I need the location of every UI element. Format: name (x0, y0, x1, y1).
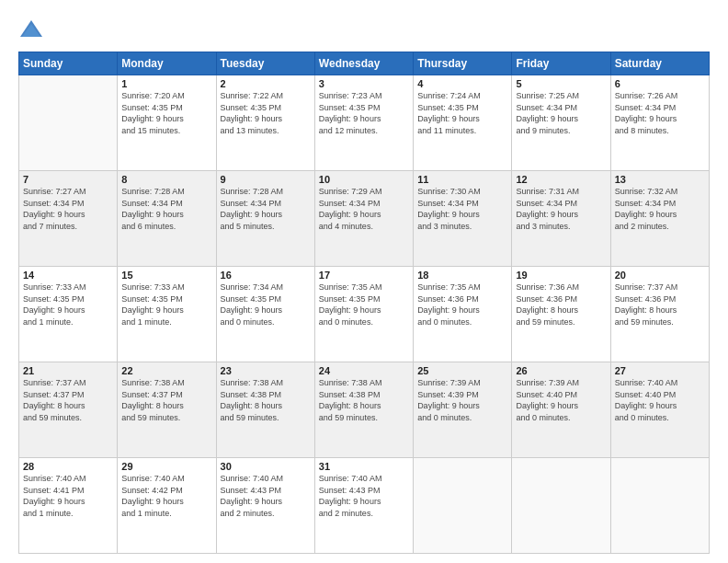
day-info: Sunrise: 7:37 AMSunset: 4:36 PMDaylight:… (615, 282, 705, 327)
day-number: 16 (221, 270, 311, 281)
day-number: 27 (615, 365, 705, 376)
calendar-cell (610, 458, 709, 554)
calendar-cell: 25Sunrise: 7:39 AMSunset: 4:39 PMDayligh… (414, 362, 512, 458)
calendar-cell: 19Sunrise: 7:36 AMSunset: 4:36 PMDayligh… (512, 267, 610, 362)
day-number: 18 (417, 270, 507, 281)
day-number: 2 (221, 78, 311, 89)
calendar: SundayMondayTuesdayWednesdayThursdayFrid… (18, 52, 710, 554)
day-number: 28 (23, 461, 113, 472)
day-info: Sunrise: 7:38 AMSunset: 4:38 PMDaylight:… (221, 377, 311, 423)
calendar-cell: 22Sunrise: 7:38 AMSunset: 4:37 PMDayligh… (118, 362, 216, 458)
day-header-tuesday: Tuesday (216, 52, 314, 75)
calendar-cell: 26Sunrise: 7:39 AMSunset: 4:40 PMDayligh… (512, 362, 610, 458)
day-number: 15 (121, 270, 211, 281)
day-number: 23 (221, 365, 311, 376)
calendar-cell: 29Sunrise: 7:40 AMSunset: 4:42 PMDayligh… (118, 458, 216, 554)
calendar-cell: 17Sunrise: 7:35 AMSunset: 4:35 PMDayligh… (314, 267, 413, 362)
page: SundayMondayTuesdayWednesdayThursdayFrid… (0, 0, 728, 563)
day-info: Sunrise: 7:22 AMSunset: 4:35 PMDaylight:… (221, 90, 311, 136)
day-number: 24 (319, 365, 409, 376)
calendar-cell: 28Sunrise: 7:40 AMSunset: 4:41 PMDayligh… (19, 458, 118, 554)
calendar-cell: 2Sunrise: 7:22 AMSunset: 4:35 PMDaylight… (216, 75, 314, 171)
logo-icon (18, 17, 44, 42)
day-number: 30 (221, 461, 311, 472)
day-number: 20 (615, 270, 705, 281)
calendar-week-row: 7Sunrise: 7:27 AMSunset: 4:34 PMDaylight… (19, 171, 710, 267)
calendar-cell: 21Sunrise: 7:37 AMSunset: 4:37 PMDayligh… (19, 362, 118, 458)
calendar-cell: 18Sunrise: 7:35 AMSunset: 4:36 PMDayligh… (414, 267, 512, 362)
day-info: Sunrise: 7:29 AMSunset: 4:34 PMDaylight:… (319, 186, 409, 232)
day-info: Sunrise: 7:38 AMSunset: 4:37 PMDaylight:… (121, 377, 211, 423)
day-header-friday: Friday (512, 52, 610, 75)
calendar-cell: 31Sunrise: 7:40 AMSunset: 4:43 PMDayligh… (314, 458, 413, 554)
day-number: 14 (23, 270, 113, 281)
calendar-cell: 3Sunrise: 7:23 AMSunset: 4:35 PMDaylight… (314, 75, 413, 171)
day-number: 7 (23, 174, 113, 185)
day-number: 8 (121, 174, 211, 185)
calendar-cell: 30Sunrise: 7:40 AMSunset: 4:43 PMDayligh… (216, 458, 314, 554)
day-info: Sunrise: 7:32 AMSunset: 4:34 PMDaylight:… (615, 186, 705, 232)
day-info: Sunrise: 7:35 AMSunset: 4:36 PMDaylight:… (417, 282, 507, 327)
day-number: 4 (417, 78, 507, 89)
day-number: 5 (516, 78, 606, 89)
day-info: Sunrise: 7:40 AMSunset: 4:42 PMDaylight:… (121, 473, 211, 519)
calendar-cell: 15Sunrise: 7:33 AMSunset: 4:35 PMDayligh… (118, 267, 216, 362)
day-number: 6 (615, 78, 705, 89)
day-info: Sunrise: 7:28 AMSunset: 4:34 PMDaylight:… (221, 186, 311, 232)
day-info: Sunrise: 7:28 AMSunset: 4:34 PMDaylight:… (121, 186, 211, 232)
day-info: Sunrise: 7:37 AMSunset: 4:37 PMDaylight:… (23, 377, 113, 423)
calendar-cell: 27Sunrise: 7:40 AMSunset: 4:40 PMDayligh… (610, 362, 709, 458)
calendar-cell: 23Sunrise: 7:38 AMSunset: 4:38 PMDayligh… (216, 362, 314, 458)
day-number: 21 (23, 365, 113, 376)
day-number: 29 (121, 461, 211, 472)
calendar-cell: 6Sunrise: 7:26 AMSunset: 4:34 PMDaylight… (610, 75, 709, 171)
day-info: Sunrise: 7:40 AMSunset: 4:41 PMDaylight:… (23, 473, 113, 519)
day-number: 31 (319, 461, 409, 472)
day-info: Sunrise: 7:24 AMSunset: 4:35 PMDaylight:… (417, 90, 507, 136)
day-info: Sunrise: 7:33 AMSunset: 4:35 PMDaylight:… (23, 282, 113, 327)
day-info: Sunrise: 7:39 AMSunset: 4:39 PMDaylight:… (417, 377, 507, 423)
calendar-week-row: 28Sunrise: 7:40 AMSunset: 4:41 PMDayligh… (19, 458, 710, 554)
calendar-cell: 1Sunrise: 7:20 AMSunset: 4:35 PMDaylight… (118, 75, 216, 171)
day-header-monday: Monday (118, 52, 216, 75)
calendar-cell: 4Sunrise: 7:24 AMSunset: 4:35 PMDaylight… (414, 75, 512, 171)
day-info: Sunrise: 7:27 AMSunset: 4:34 PMDaylight:… (23, 186, 113, 232)
day-info: Sunrise: 7:40 AMSunset: 4:43 PMDaylight:… (319, 473, 409, 519)
calendar-cell: 14Sunrise: 7:33 AMSunset: 4:35 PMDayligh… (19, 267, 118, 362)
day-info: Sunrise: 7:33 AMSunset: 4:35 PMDaylight:… (121, 282, 211, 327)
day-header-sunday: Sunday (19, 52, 118, 75)
calendar-week-row: 21Sunrise: 7:37 AMSunset: 4:37 PMDayligh… (19, 362, 710, 458)
day-number: 11 (417, 174, 507, 185)
calendar-week-row: 14Sunrise: 7:33 AMSunset: 4:35 PMDayligh… (19, 267, 710, 362)
calendar-cell: 20Sunrise: 7:37 AMSunset: 4:36 PMDayligh… (610, 267, 709, 362)
day-header-thursday: Thursday (414, 52, 512, 75)
day-info: Sunrise: 7:39 AMSunset: 4:40 PMDaylight:… (516, 377, 606, 423)
calendar-cell: 12Sunrise: 7:31 AMSunset: 4:34 PMDayligh… (512, 171, 610, 267)
calendar-cell: 13Sunrise: 7:32 AMSunset: 4:34 PMDayligh… (610, 171, 709, 267)
header (18, 17, 710, 42)
day-info: Sunrise: 7:20 AMSunset: 4:35 PMDaylight:… (121, 90, 211, 136)
day-number: 13 (615, 174, 705, 185)
calendar-cell: 11Sunrise: 7:30 AMSunset: 4:34 PMDayligh… (414, 171, 512, 267)
day-info: Sunrise: 7:23 AMSunset: 4:35 PMDaylight:… (319, 90, 409, 136)
day-number: 10 (319, 174, 409, 185)
day-number: 9 (221, 174, 311, 185)
day-info: Sunrise: 7:36 AMSunset: 4:36 PMDaylight:… (516, 282, 606, 327)
calendar-cell: 9Sunrise: 7:28 AMSunset: 4:34 PMDaylight… (216, 171, 314, 267)
calendar-cell (19, 75, 118, 171)
day-info: Sunrise: 7:38 AMSunset: 4:38 PMDaylight:… (319, 377, 409, 423)
calendar-week-row: 1Sunrise: 7:20 AMSunset: 4:35 PMDaylight… (19, 75, 710, 171)
day-header-wednesday: Wednesday (314, 52, 413, 75)
calendar-cell (512, 458, 610, 554)
day-number: 19 (516, 270, 606, 281)
day-info: Sunrise: 7:40 AMSunset: 4:43 PMDaylight:… (221, 473, 311, 519)
day-info: Sunrise: 7:31 AMSunset: 4:34 PMDaylight:… (516, 186, 606, 232)
calendar-cell (414, 458, 512, 554)
logo (18, 17, 48, 42)
day-number: 22 (121, 365, 211, 376)
day-number: 26 (516, 365, 606, 376)
day-info: Sunrise: 7:25 AMSunset: 4:34 PMDaylight:… (516, 90, 606, 136)
day-info: Sunrise: 7:34 AMSunset: 4:35 PMDaylight:… (221, 282, 311, 327)
calendar-cell: 10Sunrise: 7:29 AMSunset: 4:34 PMDayligh… (314, 171, 413, 267)
calendar-cell: 8Sunrise: 7:28 AMSunset: 4:34 PMDaylight… (118, 171, 216, 267)
